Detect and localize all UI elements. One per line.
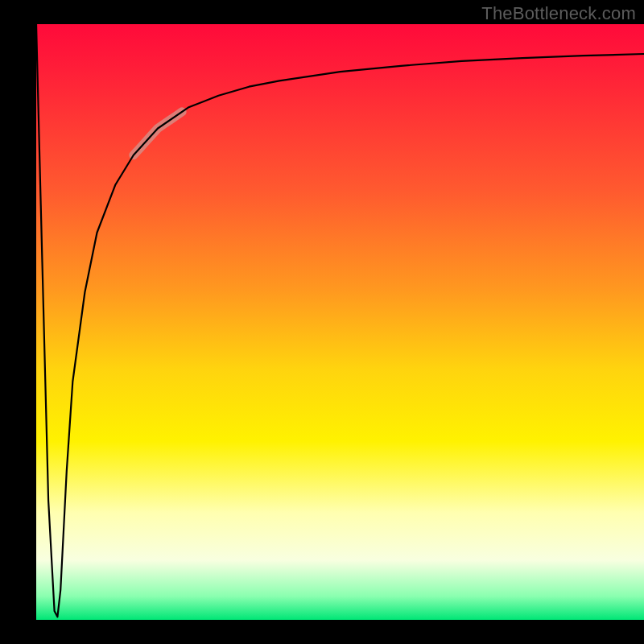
- chart-frame: TheBottleneck.com: [0, 0, 644, 644]
- bottleneck-curve-line: [36, 24, 644, 617]
- watermark-text: TheBottleneck.com: [481, 3, 636, 24]
- curve-highlight-segment: [134, 112, 182, 155]
- curve-svg: [36, 24, 644, 620]
- plot-area: [36, 24, 644, 620]
